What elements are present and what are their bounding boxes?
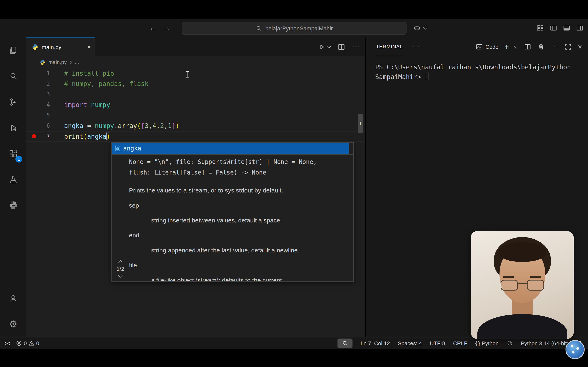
language-mode[interactable]: { }Python: [475, 340, 499, 346]
prev-signature-icon[interactable]: [118, 260, 122, 264]
docs-body: None = "\n", file: SupportsWrite[str] | …: [129, 155, 353, 281]
screen: ← → belajarPythonSampaiMahir: [0, 0, 588, 367]
terminal-prompt-line: SampaiMahir>: [375, 72, 588, 82]
suggestion-item-selected[interactable]: @ angka: [112, 143, 349, 154]
code-token: =: [83, 122, 95, 130]
doc-line: a file-like object (stream); defaults to…: [129, 276, 350, 281]
terminal-profile-label: Code: [485, 44, 499, 50]
person-glasses: [500, 280, 545, 291]
close-panel-icon[interactable]: ×: [578, 43, 582, 51]
variable-kind-icon: @: [115, 146, 120, 151]
breakpoint-dot[interactable]: [32, 134, 36, 138]
code-token: .: [114, 122, 118, 130]
editor-more-actions-button[interactable]: ···: [353, 43, 360, 50]
history-nav: ← →: [149, 19, 170, 38]
code-line[interactable]: 3: [26, 89, 365, 100]
activity-testing[interactable]: [0, 167, 26, 192]
terminal-cursor: [425, 73, 429, 80]
breadcrumb-symbol[interactable]: ...: [75, 59, 79, 65]
tab-main-py[interactable]: main.py ×: [26, 38, 95, 56]
run-dropdown-icon[interactable]: [327, 44, 331, 49]
code-line[interactable]: 4 import numpy: [26, 100, 365, 110]
breadcrumb-file[interactable]: main.py: [48, 59, 67, 65]
copilot-button[interactable]: [413, 19, 427, 38]
tab-label: main.py: [42, 44, 61, 50]
code-token: 3,4,2,1: [145, 122, 172, 130]
python-file-icon: [40, 59, 45, 65]
person-shirt: [477, 314, 567, 339]
recorder-watermark-logo: [566, 340, 585, 359]
terminal-prompt: SampaiMahir>: [375, 73, 425, 81]
editor-scrollbar[interactable]: T: [358, 114, 363, 133]
toggle-secondary-sidebar-icon[interactable]: [576, 24, 584, 32]
run-python-file-button[interactable]: [318, 43, 330, 51]
code-token: print: [64, 133, 83, 140]
split-terminal-icon[interactable]: [524, 43, 531, 50]
activity-source-control[interactable]: [0, 89, 26, 115]
maximize-panel-icon[interactable]: [564, 43, 572, 50]
play-icon: [318, 43, 326, 51]
problems-indicator[interactable]: 0 0: [16, 340, 39, 346]
terminal-profile-dropdown-icon[interactable]: [514, 44, 519, 49]
zoom-indicator[interactable]: [338, 338, 353, 348]
toggle-panel-icon[interactable]: [563, 24, 571, 32]
encoding[interactable]: UTF-8: [430, 340, 445, 346]
command-center-search[interactable]: belajarPythonSampaiMahir: [182, 22, 406, 35]
terminal-icon: [475, 43, 483, 50]
account-button[interactable]: [0, 285, 26, 311]
terminal-profile-button[interactable]: Code: [475, 43, 498, 50]
next-signature-icon[interactable]: [118, 273, 122, 278]
layout-controls: [536, 19, 584, 38]
signature-page-indicator: 1/2: [117, 266, 124, 272]
panel-more-actions-button[interactable]: ···: [412, 43, 420, 50]
forward-button[interactable]: →: [163, 24, 170, 32]
search-text: belajarPythonSampaiMahir: [265, 25, 333, 31]
terminal-content[interactable]: PS C:\Users\naufal raihan s\Downloads\be…: [366, 56, 588, 82]
code-token: ]: [172, 122, 176, 130]
cursor-position[interactable]: Ln 7, Col 12: [361, 340, 390, 346]
indentation[interactable]: Spaces: 4: [398, 340, 422, 346]
breadcrumb[interactable]: main.py › ...: [26, 56, 365, 68]
remote-indicator[interactable]: ><: [4, 340, 9, 346]
activity-python[interactable]: [0, 192, 26, 218]
code-line-current[interactable]: 7 print(angka): [26, 131, 365, 142]
chevron-down-icon: [423, 25, 427, 30]
customize-layout-icon[interactable]: [536, 24, 544, 32]
activity-extensions[interactable]: 1: [0, 141, 26, 167]
activity-search[interactable]: [0, 63, 26, 89]
code-line[interactable]: 2 # numpy, pandas, flask: [26, 79, 365, 89]
line-number: 3: [26, 89, 50, 100]
signature-pager: 1/2: [112, 260, 129, 277]
settings-gear-icon: ⚙: [9, 319, 17, 329]
kill-terminal-icon[interactable]: [537, 43, 545, 50]
eol-sequence[interactable]: CRLF: [453, 340, 467, 346]
activity-run-debug[interactable]: [0, 115, 26, 141]
webcam-overlay: [471, 231, 574, 339]
terminal-more-actions-button[interactable]: ···: [551, 43, 558, 50]
code-token: [: [141, 122, 145, 130]
toggle-sidebar-icon[interactable]: [550, 24, 557, 32]
back-button[interactable]: ←: [149, 24, 156, 32]
braces-icon: { }: [475, 340, 480, 346]
code-token: # numpy, pandas, flask: [64, 80, 149, 88]
code-line[interactable]: 6 angka = numpy.array([3,4,2,1]): [26, 120, 365, 131]
python-file-icon: [32, 44, 38, 50]
new-terminal-button[interactable]: +: [504, 42, 509, 51]
line-number: 4: [26, 100, 50, 110]
suggestion-docs: 1/2 None = "\n", file: SupportsWrite[str…: [112, 154, 353, 281]
tab-close-icon[interactable]: ×: [87, 43, 91, 51]
files-icon: [8, 46, 18, 55]
signature-line: None = "\n", file: SupportsWrite[str] | …: [129, 157, 350, 167]
code-line[interactable]: 5: [26, 110, 365, 120]
code-token: array: [118, 122, 137, 130]
activity-explorer[interactable]: [0, 38, 26, 63]
code-line[interactable]: 1 # install pip: [26, 68, 365, 78]
split-editor-icon[interactable]: [338, 43, 346, 51]
python-interpreter[interactable]: Python 3.14 (64-bit): [521, 340, 569, 346]
settings-button[interactable]: ⚙: [0, 311, 26, 337]
feedback-smiley-icon[interactable]: [507, 340, 513, 346]
extensions-badge: 1: [15, 156, 22, 162]
tab-terminal[interactable]: TERMINAL: [376, 38, 403, 56]
suggestion-label: angka: [123, 145, 141, 152]
tab-bar: main.py × ···: [26, 38, 365, 56]
